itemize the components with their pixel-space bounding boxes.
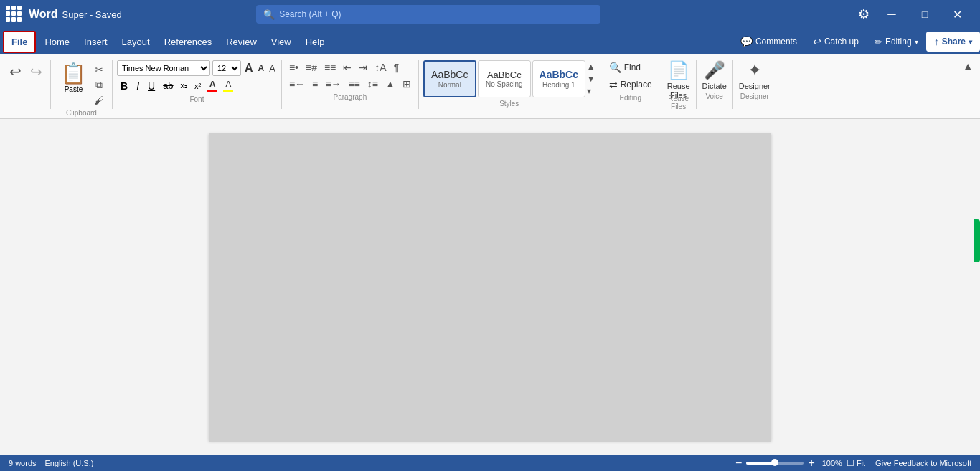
- title-bar: Word Super - Saved 🔍 Search (Alt + Q) ⚙ …: [0, 0, 980, 29]
- dictate-icon: 🎤: [704, 60, 725, 80]
- share-icon: ↑: [934, 36, 939, 47]
- doc-page[interactable]: [209, 133, 771, 441]
- font-size-select[interactable]: 12: [212, 60, 241, 76]
- italic-button[interactable]: I: [133, 79, 143, 93]
- zoom-thumb[interactable]: [771, 459, 778, 466]
- editing-button[interactable]: ✏ Editing ▾: [867, 32, 926, 52]
- styles-dropdown-button[interactable]: ▲ ▼ ▾: [587, 60, 595, 97]
- style-no-spacing-label: No Spacing: [486, 80, 523, 88]
- undo-button[interactable]: ↩: [6, 60, 25, 83]
- dictate-label: Dictate: [702, 82, 727, 90]
- status-bar: 9 words English (U.S.) − + 100% ☐ Fit Gi…: [0, 455, 980, 471]
- maximize-button[interactable]: □: [908, 0, 941, 29]
- style-heading1[interactable]: AaBbCc Heading 1: [532, 60, 585, 97]
- line-spacing-button[interactable]: ↕≡: [364, 77, 381, 91]
- language[interactable]: English (U.S.): [45, 459, 94, 467]
- reuse-files-icon: 📄: [668, 60, 689, 80]
- file-tab[interactable]: File: [3, 31, 36, 53]
- share-button[interactable]: ↑ Share ▾: [926, 32, 980, 52]
- bold-button[interactable]: B: [117, 79, 131, 93]
- bullets-button[interactable]: ≡•: [286, 60, 301, 75]
- search-icon: 🔍: [263, 9, 275, 20]
- style-normal-text: AaBbCc: [431, 69, 468, 81]
- editing-label: Editing: [885, 37, 912, 47]
- zoom-plus-button[interactable]: +: [808, 457, 814, 470]
- underline-button[interactable]: U: [144, 79, 159, 93]
- styles-scroll-down-icon: ▼: [587, 74, 595, 84]
- editing-chevron-icon: ▾: [915, 38, 918, 46]
- align-center-button[interactable]: ≡: [309, 77, 321, 91]
- numbering-button[interactable]: ≡#: [303, 60, 320, 75]
- subscript-button[interactable]: x₂: [178, 80, 191, 92]
- clear-format-button[interactable]: A: [268, 62, 277, 75]
- find-button[interactable]: 🔍 Find: [606, 60, 655, 75]
- find-label: Find: [624, 62, 641, 72]
- zoom-slider[interactable]: [746, 462, 804, 465]
- style-normal[interactable]: AaBbCc Normal: [423, 60, 476, 97]
- minimize-button[interactable]: ─: [875, 0, 908, 29]
- paste-icon: 📋: [61, 62, 86, 85]
- fit-icon: ☐: [847, 458, 854, 468]
- paste-button[interactable]: 📋 Paste: [57, 60, 90, 95]
- superscript-button[interactable]: x²: [192, 80, 204, 92]
- app-name: Word: [29, 8, 58, 21]
- fit-button[interactable]: ☐ Fit: [847, 458, 865, 468]
- show-formatting-button[interactable]: ¶: [391, 60, 402, 75]
- comments-icon: 💬: [740, 36, 753, 47]
- word-count: 9 words: [9, 459, 37, 467]
- clipboard-label: Clipboard: [52, 109, 110, 117]
- designer-label: Designer: [735, 92, 775, 100]
- font-color-button[interactable]: A: [205, 78, 220, 93]
- style-no-spacing[interactable]: AaBbCc No Spacing: [478, 60, 531, 97]
- sort-button[interactable]: ↕A: [372, 60, 389, 75]
- style-normal-label: Normal: [438, 81, 461, 89]
- search-placeholder: Search (Alt + Q): [279, 9, 341, 19]
- zoom-level: 100%: [822, 459, 842, 467]
- search-bar[interactable]: 🔍 Search (Alt + Q): [256, 5, 600, 24]
- decrease-indent-button[interactable]: ⇤: [340, 60, 354, 75]
- doc-content[interactable]: [209, 133, 771, 442]
- justify-button[interactable]: ≡≡: [345, 77, 362, 91]
- settings-button[interactable]: ⚙: [852, 4, 875, 25]
- highlight-color-button[interactable]: A: [221, 78, 235, 93]
- font-name-select[interactable]: Times New Roman: [117, 60, 210, 76]
- tab-references[interactable]: References: [157, 32, 219, 52]
- borders-button[interactable]: ⊞: [400, 77, 414, 91]
- tab-help[interactable]: Help: [298, 32, 332, 52]
- feedback-link[interactable]: Give Feedback to Microsoft: [875, 459, 971, 467]
- catch-up-button[interactable]: ↩ Catch up: [805, 32, 867, 52]
- font-grow-button[interactable]: A: [243, 62, 255, 75]
- ribbon-group-editing: 🔍 Find ⇄ Replace Editing: [602, 57, 659, 103]
- designer-label-text: Designer: [739, 82, 771, 90]
- comments-button[interactable]: 💬 Comments: [732, 32, 805, 52]
- tab-insert[interactable]: Insert: [77, 32, 115, 52]
- reuse-files-label: Reuse Files: [663, 95, 694, 110]
- replace-button[interactable]: ⇄ Replace: [606, 77, 655, 92]
- tab-review[interactable]: Review: [219, 32, 264, 52]
- zoom-minus-button[interactable]: −: [735, 457, 742, 470]
- copy-button[interactable]: ⧉: [92, 78, 106, 92]
- multilevel-list-button[interactable]: ≡≡: [321, 60, 339, 75]
- align-left-button[interactable]: ≡←: [286, 77, 308, 91]
- align-right-button[interactable]: ≡→: [322, 77, 344, 91]
- replace-icon: ⇄: [609, 79, 618, 90]
- redo-button[interactable]: ↪: [27, 60, 46, 83]
- waffle-icon[interactable]: [6, 6, 23, 23]
- cut-button[interactable]: ✂: [92, 63, 106, 76]
- increase-indent-button[interactable]: ⇥: [356, 60, 370, 75]
- shading-button[interactable]: ▲: [382, 77, 398, 91]
- ribbon-group-font: Times New Roman 12 A A A B I U ab x₂ x² …: [114, 57, 280, 105]
- close-button[interactable]: ✕: [941, 0, 974, 29]
- share-chevron-icon: ▾: [969, 38, 972, 46]
- font-shrink-button[interactable]: A: [257, 63, 266, 73]
- replace-label: Replace: [621, 80, 652, 90]
- tab-view[interactable]: View: [264, 32, 298, 52]
- tab-layout[interactable]: Layout: [115, 32, 157, 52]
- strikethrough-button[interactable]: ab: [160, 79, 176, 92]
- tab-home[interactable]: Home: [37, 32, 77, 52]
- format-painter-button[interactable]: 🖌: [92, 94, 106, 107]
- comments-label: Comments: [755, 37, 797, 47]
- ribbon-group-paragraph: ≡• ≡# ≡≡ ⇤ ⇥ ↕A ¶ ≡← ≡ ≡→ ≡≡ ↕≡ ▲ ⊞ Para…: [283, 57, 417, 103]
- editing-pencil-icon: ✏: [875, 37, 882, 47]
- ribbon-collapse-button[interactable]: ▲: [958, 57, 977, 75]
